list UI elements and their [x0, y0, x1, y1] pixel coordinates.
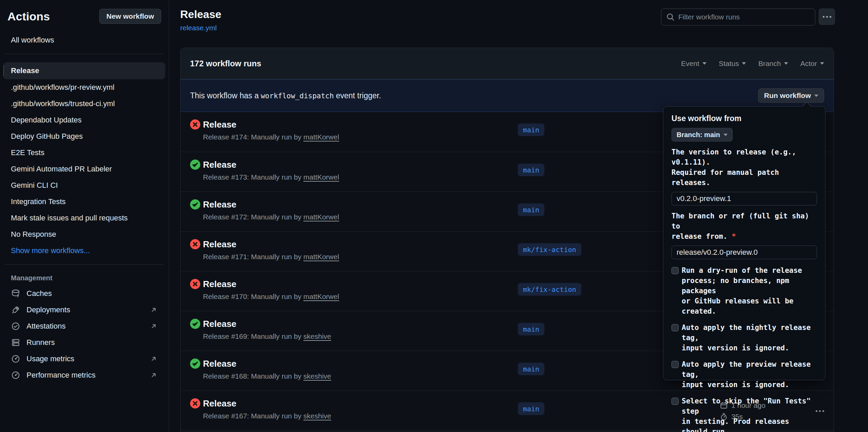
run-title-link[interactable]: Release: [203, 199, 236, 210]
sidebar-item-workflow-1[interactable]: .github/workflows/pr-review.yml: [3, 79, 165, 96]
run-title-link[interactable]: Release: [203, 398, 236, 409]
sidebar-item-label: Dependabot Updates: [11, 116, 82, 124]
run-title-link[interactable]: Release: [203, 359, 236, 369]
branch-badge[interactable]: main: [518, 164, 544, 176]
server-icon: [11, 338, 20, 347]
sidebar-item-workflow-8[interactable]: Integration Tests: [3, 194, 165, 210]
sidebar-item-workflow-2[interactable]: .github/workflows/trusted-ci.yml: [3, 96, 165, 112]
run-title-link[interactable]: Release: [203, 319, 236, 329]
sidebar-item-label: No Response: [11, 230, 56, 239]
filter-status[interactable]: Status: [719, 60, 746, 68]
actor-link[interactable]: mattKorwel: [303, 173, 339, 181]
sidebar-item-caches[interactable]: Caches: [3, 285, 165, 302]
sidebar-item-usage-metrics[interactable]: Usage metrics: [3, 351, 165, 367]
branch-badge[interactable]: main: [518, 203, 544, 216]
run-title-link[interactable]: Release: [203, 119, 236, 130]
actor-link[interactable]: skeshive: [303, 372, 331, 380]
sidebar-item-workflow-0[interactable]: Release: [3, 62, 165, 79]
database-icon: [11, 289, 20, 298]
branch-badge[interactable]: main: [518, 363, 544, 375]
chevron-down-icon: [724, 134, 728, 136]
run-workflow-dropdown-button[interactable]: Run workflow: [758, 88, 824, 103]
management-item-label: Deployments: [27, 305, 70, 314]
run-title-link[interactable]: Release: [203, 160, 236, 170]
arrow-up-right-icon: [150, 322, 158, 330]
checkbox[interactable]: [671, 267, 679, 274]
actor-link[interactable]: skeshive: [303, 332, 331, 340]
dialog-checkbox-row-3: Auto apply the nightly release tag, inpu…: [671, 322, 817, 353]
field-label: The branch or ref (full git sha) to rele…: [671, 211, 817, 242]
sidebar-item-label: .github/workflows/pr-review.yml: [11, 83, 114, 92]
sidebar-item-label: Mark stale issues and pull requests: [11, 214, 128, 222]
kebab-dot: [822, 410, 824, 412]
sidebar-item-label: .github/workflows/trusted-ci.yml: [11, 99, 115, 108]
checkbox[interactable]: [671, 361, 679, 368]
filter-label: Branch: [758, 60, 781, 68]
filter-branch[interactable]: Branch: [758, 60, 788, 68]
filter-label: Actor: [800, 60, 817, 68]
runs-header: 172 workflow runs EventStatusBranchActor: [181, 48, 834, 79]
dialog-text-input-0[interactable]: [671, 192, 817, 205]
sidebar-item-label: Integration Tests: [11, 197, 66, 206]
sidebar-item-workflow-4[interactable]: Deploy GitHub Pages: [3, 128, 165, 145]
checkbox[interactable]: [671, 324, 679, 331]
run-title-link[interactable]: Release: [203, 239, 236, 250]
sidebar-item-workflow-9[interactable]: Mark stale issues and pull requests: [3, 210, 165, 226]
new-workflow-button[interactable]: New workflow: [99, 9, 161, 24]
search-icon: [666, 13, 675, 21]
sidebar-item-workflow-10[interactable]: No Response: [3, 226, 165, 243]
dialog-text-input-1[interactable]: [671, 246, 817, 259]
show-more-workflows-link[interactable]: Show more workflows...: [3, 243, 165, 259]
sidebar-item-workflow-6[interactable]: Gemini Automated PR Labeler: [3, 161, 165, 177]
checkbox[interactable]: [671, 398, 679, 405]
sidebar-item-runners[interactable]: Runners: [3, 334, 165, 351]
actor-link[interactable]: mattKorwel: [303, 213, 339, 221]
banner-text: This workflow has aworkflow_dispatcheven…: [190, 91, 381, 100]
sidebar-item-all-workflows[interactable]: All workflows: [3, 32, 165, 48]
run-description: Release #172: Manually run by mattKorwel: [203, 213, 339, 221]
run-workflow-panel-title: Use workflow from: [671, 114, 817, 123]
meter-icon: [11, 370, 20, 380]
success-icon: [190, 160, 200, 170]
branch-badge[interactable]: main: [518, 123, 544, 136]
actor-link[interactable]: mattKorwel: [303, 133, 339, 141]
branch-badge[interactable]: main: [518, 402, 544, 415]
failure-icon: [190, 398, 200, 409]
sidebar-item-label: E2E Tests: [11, 148, 45, 157]
run-description: Release #170: Manually run by mattKorwel: [203, 293, 339, 301]
actor-link[interactable]: skeshive: [303, 412, 331, 420]
filter-label: Status: [719, 60, 739, 68]
sidebar-item-deployments[interactable]: Deployments: [3, 302, 165, 318]
branch-badge[interactable]: mk/fix-action: [518, 243, 581, 256]
dialog-checkbox-row-4: Auto apply the preview release tag, inpu…: [671, 359, 817, 390]
workflow-file-link[interactable]: release.yml: [180, 24, 217, 32]
branch-badge[interactable]: mk/fix-action: [518, 283, 581, 296]
management-item-label: Usage metrics: [27, 354, 74, 363]
sidebar-workflow-list: Release.github/workflows/pr-review.yml.g…: [0, 62, 169, 259]
sidebar-item-performance-metrics[interactable]: Performance metrics: [3, 367, 165, 383]
chevron-down-icon: [820, 62, 824, 65]
filter-workflow-runs-input[interactable]: [678, 13, 810, 21]
run-workflow-fields: The version to release (e.g., v0.1.11). …: [671, 147, 817, 432]
branch-badge[interactable]: main: [518, 323, 544, 335]
filter-event[interactable]: Event: [681, 60, 707, 68]
run-description: Release #174: Manually run by mattKorwel: [203, 133, 339, 141]
sidebar-item-attestations[interactable]: Attestations: [3, 318, 165, 334]
sidebar-item-workflow-7[interactable]: Gemini CLI CI: [3, 177, 165, 194]
branch-selector-button[interactable]: Branch: main: [671, 128, 733, 142]
workflow-options-kebab-button[interactable]: [819, 9, 835, 25]
actor-link[interactable]: mattKorwel: [303, 293, 339, 300]
filter-actor[interactable]: Actor: [800, 60, 824, 68]
chevron-down-icon: [784, 62, 788, 65]
sidebar-item-workflow-5[interactable]: E2E Tests: [3, 145, 165, 161]
sidebar-item-workflow-3[interactable]: Dependabot Updates: [3, 112, 165, 128]
sidebar-title: Actions: [7, 10, 50, 23]
actor-link[interactable]: mattKorwel: [303, 253, 339, 261]
failure-icon: [190, 279, 200, 289]
success-icon: [190, 199, 200, 210]
runs-count: 172 workflow runs: [190, 59, 261, 68]
sidebar-divider: [5, 264, 164, 265]
sidebar-divider: [5, 54, 164, 54]
run-title-link[interactable]: Release: [203, 279, 236, 289]
field-label: The version to release (e.g., v0.1.11). …: [671, 147, 817, 188]
